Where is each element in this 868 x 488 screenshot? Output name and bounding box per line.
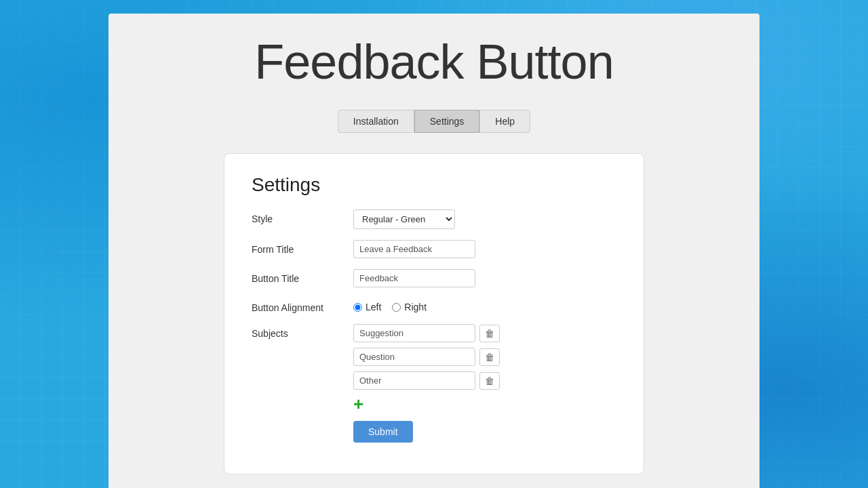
alignment-left-radio[interactable] bbox=[353, 303, 362, 312]
subject-row-3 bbox=[353, 371, 616, 390]
tab-installation[interactable]: Installation bbox=[338, 110, 414, 133]
trash-icon-2 bbox=[485, 352, 494, 363]
trash-icon-3 bbox=[485, 375, 494, 386]
button-title-input[interactable] bbox=[353, 269, 475, 287]
subject-row-1 bbox=[353, 324, 616, 342]
trash-icon-1 bbox=[485, 328, 494, 339]
alignment-left-option[interactable]: Left bbox=[353, 302, 381, 312]
style-label: Style bbox=[252, 209, 353, 224]
subjects-label: Subjects bbox=[252, 324, 353, 339]
add-subject-button[interactable]: + bbox=[353, 392, 363, 415]
subject-row-2 bbox=[353, 348, 616, 366]
button-title-label: Button Title bbox=[252, 269, 353, 284]
nav-tabs: Installation Settings Help bbox=[338, 110, 530, 133]
subjects-control: + Submit bbox=[353, 324, 616, 443]
tab-help[interactable]: Help bbox=[479, 110, 530, 133]
form-title-input[interactable] bbox=[353, 240, 475, 258]
style-row: Style Regular - Green Regular - Blue Reg… bbox=[252, 209, 616, 229]
alignment-right-radio[interactable] bbox=[392, 303, 401, 312]
subjects-row: Subjects bbox=[252, 324, 616, 443]
settings-title: Settings bbox=[252, 174, 616, 196]
alignment-left-label: Left bbox=[366, 302, 381, 312]
alignment-right-label: Right bbox=[404, 302, 427, 312]
subject-input-3[interactable] bbox=[353, 371, 475, 390]
alignment-control: Left Right bbox=[353, 298, 616, 312]
delete-subject-3-button[interactable] bbox=[479, 372, 500, 390]
alignment-radio-group: Left Right bbox=[353, 298, 616, 312]
subjects-container bbox=[353, 324, 616, 390]
page-title: Feedback Button bbox=[254, 34, 613, 89]
alignment-right-option[interactable]: Right bbox=[392, 302, 427, 312]
subject-input-2[interactable] bbox=[353, 348, 475, 366]
delete-subject-2-button[interactable] bbox=[479, 348, 500, 366]
subject-input-1[interactable] bbox=[353, 324, 475, 342]
main-container: Feedback Button Installation Settings He… bbox=[108, 14, 760, 488]
submit-button[interactable]: Submit bbox=[353, 421, 413, 443]
style-select[interactable]: Regular - Green Regular - Blue Regular -… bbox=[353, 209, 455, 229]
tab-settings[interactable]: Settings bbox=[414, 110, 480, 133]
settings-card: Settings Style Regular - Green Regular -… bbox=[224, 153, 644, 474]
style-control: Regular - Green Regular - Blue Regular -… bbox=[353, 209, 616, 229]
alignment-row: Button Alignment Left Right bbox=[252, 298, 616, 313]
form-title-control bbox=[353, 240, 616, 258]
button-title-row: Button Title bbox=[252, 269, 616, 287]
form-title-row: Form Title bbox=[252, 240, 616, 258]
form-title-label: Form Title bbox=[252, 240, 353, 255]
delete-subject-1-button[interactable] bbox=[479, 325, 500, 342]
alignment-label: Button Alignment bbox=[252, 298, 353, 313]
button-title-control bbox=[353, 269, 616, 287]
